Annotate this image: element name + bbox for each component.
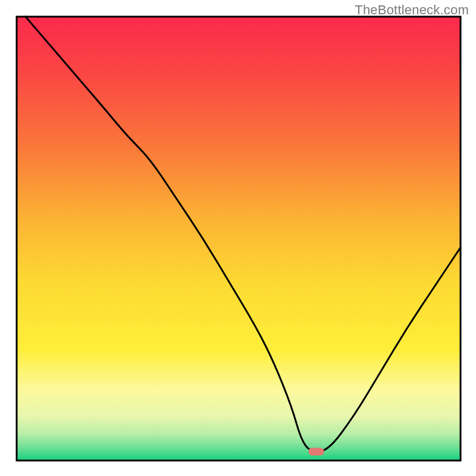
bottleneck-chart bbox=[0, 0, 476, 476]
chart-container: TheBottleneck.com bbox=[0, 0, 476, 476]
watermark-text: TheBottleneck.com bbox=[355, 2, 469, 18]
optimal-point-marker bbox=[309, 448, 324, 456]
